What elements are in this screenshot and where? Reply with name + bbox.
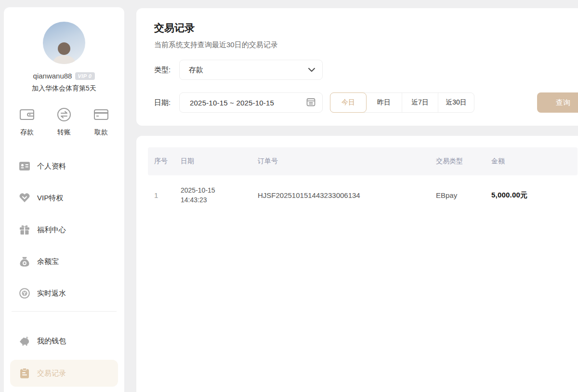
- money-bag-icon: [19, 256, 30, 267]
- cell-date: 2025-10-15: [181, 185, 251, 195]
- vip-badge: VIP 0: [75, 72, 95, 80]
- username: qianwanu88: [33, 72, 72, 80]
- sidebar-item-vip[interactable]: VIP特权: [4, 182, 124, 214]
- search-button[interactable]: 查询: [537, 92, 578, 113]
- range-button-7days[interactable]: 近7日: [402, 93, 438, 112]
- vip-heart-icon: [19, 193, 30, 203]
- sidebar-item-benefits[interactable]: 福利中心: [4, 214, 124, 246]
- quick-action-label: 存款: [20, 128, 34, 137]
- sidebar-menu-wallet: $ 我的钱包 交易记录: [4, 325, 124, 387]
- sidebar-item-transactions[interactable]: 交易记录: [10, 360, 118, 387]
- filter-card: 交易记录 当前系统支持查询最近30日的交易记录 类型: 存款 日期: 2025-…: [136, 8, 578, 126]
- sidebar-item-label: 个人资料: [37, 162, 66, 171]
- column-header-date: 日期: [174, 157, 251, 166]
- avatar[interactable]: [43, 22, 85, 64]
- quick-action-label: 转账: [57, 128, 71, 137]
- date-range-presets: 今日 昨日 近7日 近30日: [330, 92, 474, 113]
- profile-section: qianwanu88 VIP 0 加入华体会体育第5天: [4, 7, 124, 93]
- svg-text:$: $: [26, 337, 27, 339]
- bank-card-icon: [93, 107, 109, 124]
- join-days-text: 加入华体会体育第5天: [4, 84, 124, 93]
- date-filter-row: 日期: 2025-10-15 ~ 2025-10-15 今日 昨日 近7日 近3…: [154, 92, 578, 113]
- sidebar-item-yuebao[interactable]: 余额宝: [4, 246, 124, 277]
- quick-actions: 存款 转账 取款: [4, 107, 124, 137]
- cell-time: 14:43:23: [181, 195, 251, 205]
- sidebar-item-label: 福利中心: [37, 225, 66, 235]
- date-range-value: 2025-10-15 ~ 2025-10-15: [189, 99, 306, 107]
- chevron-down-icon: [308, 65, 315, 74]
- sidebar-item-label: VIP特权: [37, 194, 63, 203]
- sidebar-divider: [12, 311, 117, 312]
- table-header-row: 序号 日期 订单号 交易类型 金额: [148, 147, 578, 175]
- date-range-input[interactable]: 2025-10-15 ~ 2025-10-15: [179, 92, 323, 113]
- page-subtitle: 当前系统支持查询最近30日的交易记录: [154, 40, 578, 50]
- transactions-table-card: 序号 日期 订单号 交易类型 金额 1 2025-10-15 14:43:23 …: [136, 136, 578, 392]
- cell-order-no: HJSF202510151443233006134: [251, 191, 430, 199]
- date-label: 日期:: [154, 98, 179, 107]
- quick-action-transfer[interactable]: 转账: [57, 107, 71, 137]
- coin-rebate-icon: [19, 288, 30, 299]
- range-button-yesterday[interactable]: 昨日: [366, 93, 402, 112]
- sidebar-item-profile[interactable]: 个人资料: [4, 150, 124, 182]
- piggy-bank-icon: $: [19, 336, 30, 346]
- range-button-30days[interactable]: 近30日: [438, 93, 474, 112]
- range-button-today[interactable]: 今日: [330, 92, 367, 113]
- column-header-amount: 金额: [485, 157, 578, 166]
- cell-datetime: 2025-10-15 14:43:23: [174, 185, 251, 205]
- page-title: 交易记录: [154, 21, 578, 35]
- avatar-silhouette-icon: [50, 39, 79, 64]
- username-row: qianwanu88 VIP 0: [4, 72, 124, 80]
- sidebar-item-label: 实时返水: [37, 289, 66, 298]
- gift-icon: [19, 224, 30, 235]
- calendar-icon: [306, 97, 315, 108]
- type-select[interactable]: 存款: [179, 60, 323, 80]
- column-header-order-no: 订单号: [251, 157, 430, 166]
- type-label: 类型:: [154, 65, 179, 75]
- sidebar-item-my-wallet[interactable]: $ 我的钱包: [4, 325, 124, 357]
- table-row: 1 2025-10-15 14:43:23 HJSF20251015144323…: [148, 181, 578, 209]
- quick-action-withdraw[interactable]: 取款: [93, 107, 109, 137]
- sidebar: qianwanu88 VIP 0 加入华体会体育第5天 存款: [4, 7, 124, 392]
- sidebar-item-label: 我的钱包: [37, 337, 66, 346]
- type-select-value: 存款: [189, 65, 308, 75]
- cell-amount: 5,000.00元: [485, 191, 578, 200]
- sidebar-item-label: 余额宝: [37, 257, 59, 266]
- wallet-icon: [19, 107, 35, 124]
- transfer-icon: [57, 107, 71, 124]
- order-list-icon: [19, 368, 30, 379]
- column-header-type: 交易类型: [430, 157, 485, 166]
- sidebar-item-rebate[interactable]: 实时返水: [4, 277, 124, 309]
- quick-action-label: 取款: [94, 128, 108, 137]
- column-header-index: 序号: [148, 157, 174, 166]
- quick-action-deposit[interactable]: 存款: [19, 107, 35, 137]
- cell-transaction-type: EBpay: [430, 191, 485, 199]
- id-card-icon: [19, 161, 30, 171]
- type-filter-row: 类型: 存款: [154, 60, 578, 80]
- sidebar-menu: 个人资料 VIP特权 福利中心: [4, 150, 124, 309]
- cell-index: 1: [148, 191, 174, 199]
- sidebar-item-label: 交易记录: [37, 369, 66, 378]
